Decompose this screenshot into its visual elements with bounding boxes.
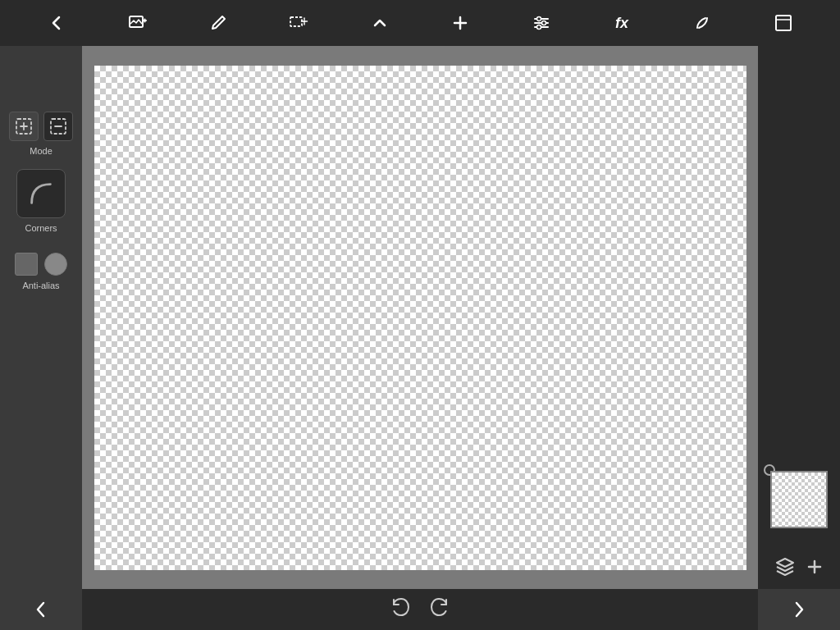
right-panel	[758, 46, 840, 589]
mode-add-button[interactable]	[9, 112, 39, 141]
canvas-surface[interactable]	[94, 66, 746, 570]
add-layer-button[interactable]	[806, 558, 824, 576]
antialias-section: Anti-alias	[0, 246, 82, 297]
mode-section: Mode	[0, 105, 82, 162]
canvas-area[interactable]	[82, 46, 758, 589]
corners-button[interactable]	[16, 169, 66, 218]
corners-label: Corners	[25, 223, 57, 233]
new-image-button[interactable]	[121, 7, 154, 39]
brush-button[interactable]	[202, 7, 235, 39]
mode-label: Mode	[30, 146, 52, 156]
corners-section: Corners	[0, 169, 82, 240]
mode-subtract-button[interactable]	[43, 112, 73, 141]
fx-button[interactable]: fx	[605, 7, 638, 39]
adjustments-button[interactable]	[525, 7, 558, 39]
undo-button[interactable]	[390, 596, 412, 623]
antialias-buttons	[15, 253, 67, 276]
layer-thumbnail-container	[770, 471, 828, 538]
fullscreen-button[interactable]	[767, 7, 800, 39]
forward-nav-button[interactable]	[758, 589, 840, 630]
layers-row	[758, 551, 840, 582]
bottom-center	[82, 596, 758, 623]
marquee-settings-button[interactable]	[282, 7, 315, 39]
top-toolbar: fx	[0, 0, 840, 46]
antialias-square-button[interactable]	[15, 253, 38, 276]
layer-thumbnail[interactable]	[770, 471, 828, 528]
antialias-label: Anti-alias	[22, 281, 59, 290]
svg-point-5	[536, 25, 541, 30]
back-nav-button[interactable]	[0, 589, 82, 630]
add-button[interactable]	[444, 7, 477, 39]
layers-button[interactable]	[774, 556, 796, 578]
redo-button[interactable]	[428, 596, 450, 623]
layer-thumb-checker	[772, 472, 826, 527]
left-panel: Mode Corners Anti-alias	[0, 46, 82, 589]
svg-rect-1	[290, 17, 302, 26]
collapse-button[interactable]	[363, 7, 396, 39]
blend-button[interactable]	[686, 7, 719, 39]
svg-point-4	[541, 21, 546, 25]
back-button[interactable]	[40, 7, 73, 39]
svg-point-3	[536, 17, 541, 21]
antialias-circle-button[interactable]	[44, 253, 67, 276]
bottom-toolbar	[0, 589, 840, 630]
mode-buttons	[9, 112, 73, 141]
svg-rect-6	[776, 16, 791, 30]
